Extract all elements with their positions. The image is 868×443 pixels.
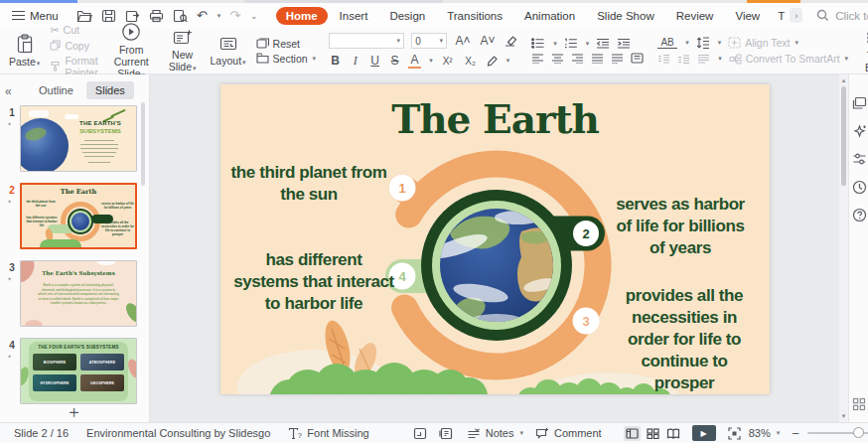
character-spacing-button[interactable]: AB — [657, 37, 677, 49]
zoom-level[interactable]: 83%▾ — [749, 427, 781, 439]
superscript-button[interactable]: X² — [440, 56, 456, 67]
paste-button[interactable]: Paste▾ — [5, 33, 44, 69]
slide-text-point-3[interactable]: provides all the necessities in order fo… — [612, 285, 757, 394]
align-text-button[interactable]: Align Text▾ — [728, 37, 798, 49]
justify-icon[interactable] — [591, 54, 604, 64]
slide-title[interactable]: The Earth — [220, 96, 770, 142]
slide-properties-icon[interactable] — [852, 96, 868, 112]
right-tool-rail — [848, 74, 868, 422]
slide-3-thumbnail[interactable]: The Earth's Subsystems Earth is a comple… — [20, 260, 137, 327]
font-name-input[interactable]: ▾ — [329, 33, 404, 49]
layout-button[interactable]: Layout▾ — [207, 34, 250, 68]
slide-text-point-2[interactable]: serves as harbor of life for billions of… — [610, 194, 751, 259]
strikethrough-button[interactable]: S — [388, 54, 401, 68]
print-preview-icon[interactable] — [173, 9, 188, 23]
from-current-slide-button[interactable]: From Current Slide▾ — [110, 21, 153, 80]
slide-1-thumbnail[interactable]: THE EARTH'S SUBSYSTEMS — [20, 105, 137, 172]
underline-button[interactable]: U — [368, 54, 381, 68]
decrease-font-icon[interactable]: A˅ — [479, 34, 497, 48]
distribute-icon[interactable] — [611, 54, 624, 64]
highlight-button[interactable] — [486, 55, 499, 67]
tab-insert[interactable]: Insert — [330, 7, 378, 25]
tab-view[interactable]: View — [725, 7, 770, 25]
quickbar-more-icon[interactable]: ⌄ — [250, 11, 258, 21]
apps-grid-icon[interactable] — [852, 397, 868, 413]
slide-editing-surface[interactable]: 1 2 3 4 The Earth the third planet from … — [220, 84, 770, 394]
section-button[interactable]: Section▾ — [256, 53, 317, 65]
new-slide-button[interactable]: New Slide▾ — [165, 28, 201, 74]
tab-slide-show[interactable]: Slide Show — [587, 7, 664, 25]
help-icon[interactable] — [852, 208, 868, 223]
main-menu-button[interactable]: Menu — [0, 10, 69, 22]
notes-button[interactable]: Notes▾ — [467, 427, 523, 439]
font-color-button[interactable]: A — [408, 53, 421, 69]
increase-indent-icon[interactable] — [617, 38, 631, 49]
tab-review[interactable]: Review — [666, 7, 724, 25]
undo-dropdown-icon[interactable]: ▾ — [217, 12, 221, 20]
numbered-list-icon[interactable] — [564, 38, 578, 49]
panel-tab-slides[interactable]: Slides — [86, 81, 134, 99]
settings-sliders-icon[interactable] — [852, 152, 868, 168]
play-slideshow-button[interactable]: ▶ — [692, 425, 716, 441]
slide-sorter-icon[interactable] — [645, 426, 661, 441]
align-left-icon[interactable] — [531, 54, 544, 64]
scrollbar-thumb[interactable] — [841, 86, 846, 186]
command-search[interactable]: Click to find commands — [816, 9, 868, 22]
reset-button[interactable]: Reset — [256, 38, 317, 50]
tab-transitions[interactable]: Transitions — [437, 7, 512, 25]
line-spacing-icon[interactable] — [696, 37, 710, 49]
scroll-down-icon[interactable]: ▼ — [839, 413, 848, 419]
theme-name[interactable]: Environmental Consulting by Slidesgo — [86, 427, 270, 439]
add-slide-button[interactable]: ＋ — [66, 400, 82, 423]
slide-2-thumbnail[interactable]: The Earth the third planet from the sun … — [20, 183, 137, 249]
slide-text-point-1[interactable]: the third planet from the sun — [228, 162, 389, 206]
text-box-button[interactable]: Text Box▾ — [861, 28, 868, 74]
history-icon[interactable] — [852, 180, 868, 196]
redo-icon[interactable]: ↷ — [229, 8, 240, 23]
zoom-slider-thumb[interactable] — [853, 427, 864, 438]
cut-button[interactable]: ✂Cut — [50, 24, 97, 37]
projector-icon[interactable] — [439, 427, 453, 440]
more-tabs-icon[interactable]: › — [790, 8, 802, 23]
scroll-up-icon[interactable]: ▲ — [839, 77, 848, 83]
text-direction-icon[interactable] — [631, 53, 644, 64]
space-before-icon[interactable] — [657, 54, 670, 65]
panel-tab-outline[interactable]: Outline — [30, 81, 82, 99]
slide-text-point-4[interactable]: has different systems that interact to h… — [232, 249, 395, 315]
zoom-slider[interactable] — [807, 432, 868, 434]
tab-home[interactable]: Home — [276, 7, 328, 25]
tab-tools-truncated[interactable]: T — [772, 7, 788, 25]
align-right-icon[interactable] — [571, 54, 584, 64]
align-center-icon[interactable] — [551, 54, 564, 64]
increase-font-icon[interactable]: A˄ — [454, 34, 472, 48]
tab-animation[interactable]: Animation — [514, 7, 585, 25]
font-missing-warning[interactable]: ? Font Missing — [288, 427, 368, 440]
zoom-out-button[interactable]: − — [792, 426, 799, 441]
subscript-button[interactable]: X₂ — [463, 56, 479, 67]
italic-button[interactable]: I — [349, 54, 362, 69]
fit-to-window-icon[interactable] — [728, 427, 741, 440]
space-after-icon[interactable] — [677, 54, 690, 65]
undo-icon[interactable]: ↶ — [197, 8, 208, 23]
open-file-icon[interactable] — [76, 9, 92, 23]
reading-view-icon[interactable] — [665, 426, 682, 441]
normal-view-icon[interactable] — [624, 426, 641, 441]
convert-smartart-button[interactable]: Convert To SmartArt▾ — [729, 53, 848, 65]
bold-button[interactable]: B — [329, 54, 342, 68]
decrease-indent-icon[interactable] — [596, 38, 610, 49]
vertical-scrollbar[interactable]: ▲ ▼ — [839, 74, 848, 422]
bullet-list-icon[interactable] — [531, 38, 545, 49]
slide-4-thumbnail[interactable]: THE FOUR EARTH'S SUBSYSTEMS BIOSPHERE AT… — [20, 338, 137, 404]
tab-design[interactable]: Design — [379, 7, 435, 25]
font-size-input[interactable]: 0▾ — [411, 33, 447, 49]
thumb4-title: THE FOUR EARTH'S SUBSYSTEMS — [21, 345, 136, 350]
comment-button[interactable]: Comment — [535, 427, 602, 439]
slide-size-icon[interactable] — [413, 427, 427, 440]
font-size-value: 0 — [415, 36, 421, 47]
beautify-icon[interactable] — [852, 124, 868, 140]
clear-format-icon[interactable] — [504, 35, 517, 47]
copy-button[interactable]: Copy — [50, 40, 97, 52]
paragraph-spacing-icon[interactable] — [697, 54, 710, 65]
slide-thumbnail-row: 4 ✦ THE FOUR EARTH'S SUBSYSTEMS BIOSPHER… — [0, 338, 150, 407]
collapse-panel-icon[interactable]: « — [5, 84, 12, 98]
